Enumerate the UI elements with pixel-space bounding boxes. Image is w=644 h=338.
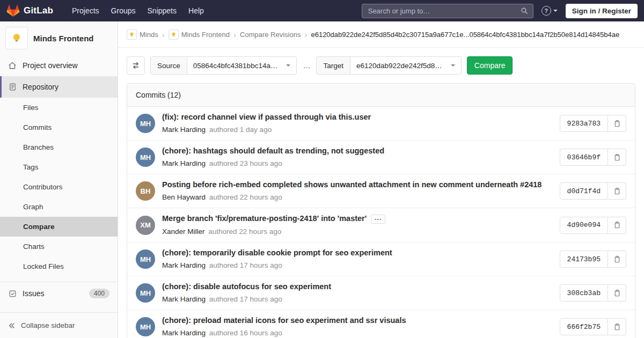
breadcrumb-commit-range: e6120dab922de242f5d85d4b2c30715a9a677c1e…: [311, 31, 619, 39]
commit-author-link[interactable]: Mark Harding: [162, 329, 206, 337]
sidebar-item-commits[interactable]: Commits: [0, 117, 118, 137]
clipboard-icon: [613, 221, 621, 229]
search-input[interactable]: [367, 6, 521, 16]
top-navbar: GitLab Projects Groups Snippets Help ?: [0, 0, 644, 21]
commit-sha-link[interactable]: 4d90e094: [560, 217, 608, 234]
commit-title-link[interactable]: (chore): hashtags should default as tren…: [162, 146, 384, 155]
source-label: Source: [150, 56, 187, 75]
commit-author-link[interactable]: Mark Harding: [162, 159, 206, 167]
sidebar-item-charts[interactable]: Charts: [0, 237, 118, 256]
source-input-group: Source 05864c4bfc4381bbc14a…: [150, 56, 297, 75]
commit-row: MH (chore): hashtags should default as t…: [127, 140, 635, 174]
issues-icon: [8, 290, 17, 298]
breadcrumb-separator: ›: [233, 30, 236, 39]
copy-sha-button[interactable]: [608, 115, 626, 132]
commit-author-link[interactable]: Mark Harding: [162, 261, 206, 269]
target-value: e6120dab922de242f5d8…: [356, 62, 442, 70]
sign-in-register-button[interactable]: Sign in / Register: [566, 4, 638, 18]
commit-title-link[interactable]: (chore): temporarily disable cookie prom…: [162, 248, 392, 257]
source-revision-dropdown[interactable]: 05864c4bfc4381bbc14a…: [187, 56, 297, 75]
commit-title-link[interactable]: (chore): preload material icons for seo …: [162, 316, 406, 325]
sidebar-item-locked-files[interactable]: Locked Files: [0, 256, 118, 276]
range-separator: …: [302, 61, 311, 70]
commit-authored-time: authored 17 hours ago: [209, 261, 282, 269]
author-avatar: MH: [136, 114, 155, 133]
chevron-down-icon: [451, 64, 455, 67]
commit-sha-link[interactable]: 666f2b75: [560, 318, 608, 335]
commit-sha-link[interactable]: 24173b95: [560, 251, 608, 268]
nav-groups-link[interactable]: Groups: [105, 0, 142, 21]
commit-author-link[interactable]: Mark Harding: [162, 126, 206, 134]
commit-authored-time: authored 17 hours ago: [209, 295, 282, 303]
sidebar-item-issues[interactable]: Issues 400: [0, 282, 118, 305]
commit-title-link[interactable]: Posting before rich-embed completed show…: [162, 180, 541, 189]
sidebar-item-branches[interactable]: Branches: [0, 137, 118, 157]
commit-sha-link[interactable]: 308cb3ab: [560, 284, 608, 302]
expand-commit-message-button[interactable]: ...: [371, 215, 385, 224]
clipboard-icon: [613, 255, 621, 263]
commit-sha-link[interactable]: d0d71f4d: [560, 182, 608, 200]
commits-panel: Commits (12) MH (fix): record channel vi…: [127, 83, 635, 338]
clipboard-icon: [613, 323, 621, 331]
copy-sha-button[interactable]: [608, 182, 626, 200]
sidebar-item-project-overview[interactable]: Project overview: [0, 55, 118, 76]
search-icon: [521, 7, 528, 14]
copy-sha-button[interactable]: [608, 318, 626, 335]
repository-icon: [8, 83, 17, 91]
copy-sha-button[interactable]: [608, 149, 626, 166]
target-revision-dropdown[interactable]: e6120dab922de242f5d8…: [350, 56, 462, 75]
project-avatar: [169, 30, 179, 40]
commit-authored-time: authored 16 hours ago: [209, 329, 282, 337]
commit-title-link[interactable]: Merge branch 'fix/premature-posting-2418…: [162, 214, 367, 223]
copy-sha-button[interactable]: [608, 284, 626, 302]
clipboard-icon: [613, 153, 621, 161]
compare-form: Source 05864c4bfc4381bbc14a… … Target e6…: [118, 48, 644, 83]
author-avatar: MH: [136, 283, 155, 303]
gitlab-tanuki-icon: [6, 4, 20, 17]
project-sidebar: Minds Frontend Project overview Reposito…: [0, 21, 118, 338]
sidebar-item-graph[interactable]: Graph: [0, 197, 118, 217]
gitlab-home-link[interactable]: GitLab: [6, 4, 53, 17]
nav-projects-link[interactable]: Projects: [66, 0, 105, 21]
copy-sha-button[interactable]: [608, 217, 626, 234]
sidebar-item-files[interactable]: Files: [0, 98, 118, 117]
swap-revisions-button[interactable]: [127, 56, 145, 75]
project-avatar: [5, 27, 28, 49]
navbar-left: GitLab Projects Groups Snippets Help: [6, 0, 210, 21]
compare-button[interactable]: Compare: [467, 56, 513, 75]
collapse-sidebar-button[interactable]: Collapse sidebar: [0, 312, 118, 338]
author-avatar: MH: [136, 317, 155, 336]
sidebar-item-label: Repository: [23, 83, 58, 91]
sidebar-item-contributors[interactable]: Contributors: [0, 177, 118, 197]
commit-authored-time: authored 22 hours ago: [209, 193, 282, 201]
sidebar-item-repository[interactable]: Repository: [0, 76, 118, 98]
author-avatar: BH: [136, 181, 155, 201]
sidebar-item-label: Project overview: [23, 61, 78, 70]
commit-row: MH (fix): record channel view if passed …: [127, 107, 635, 140]
commit-sha-link[interactable]: 9283a783: [560, 115, 608, 132]
commit-sha-link[interactable]: 03646b9f: [560, 149, 608, 166]
copy-sha-button[interactable]: [608, 251, 626, 268]
sidebar-item-tags[interactable]: Tags: [0, 157, 118, 177]
home-icon: [8, 61, 17, 70]
sidebar-project-header[interactable]: Minds Frontend: [0, 21, 118, 55]
breadcrumb-minds-link[interactable]: Minds: [127, 30, 158, 40]
collapse-sidebar-label: Collapse sidebar: [21, 321, 75, 329]
breadcrumb-separator: ›: [304, 30, 307, 39]
nav-snippets-link[interactable]: Snippets: [142, 0, 182, 21]
help-dropdown[interactable]: ?: [540, 6, 559, 16]
commit-author-link[interactable]: Xander Miller: [162, 227, 205, 236]
nav-help-link[interactable]: Help: [182, 0, 210, 21]
commit-title-link[interactable]: (chore): disable autofocus for seo exper…: [162, 282, 331, 291]
clipboard-icon: [613, 187, 621, 195]
breadcrumb-project-link[interactable]: Minds Frontend: [169, 30, 230, 40]
commit-author-link[interactable]: Mark Harding: [162, 295, 206, 303]
commit-title-link[interactable]: (fix): record channel view if passed thr…: [162, 113, 371, 121]
breadcrumb-compare-revisions-link[interactable]: Compare Revisions: [240, 31, 301, 39]
author-avatar: MH: [136, 148, 155, 167]
breadcrumb-separator: ›: [162, 30, 165, 39]
commit-authored-time: authored 22 hours ago: [208, 227, 281, 236]
brand-name: GitLab: [24, 5, 53, 16]
sidebar-item-compare[interactable]: Compare: [0, 217, 118, 237]
commit-author-link[interactable]: Ben Hayward: [162, 193, 206, 201]
